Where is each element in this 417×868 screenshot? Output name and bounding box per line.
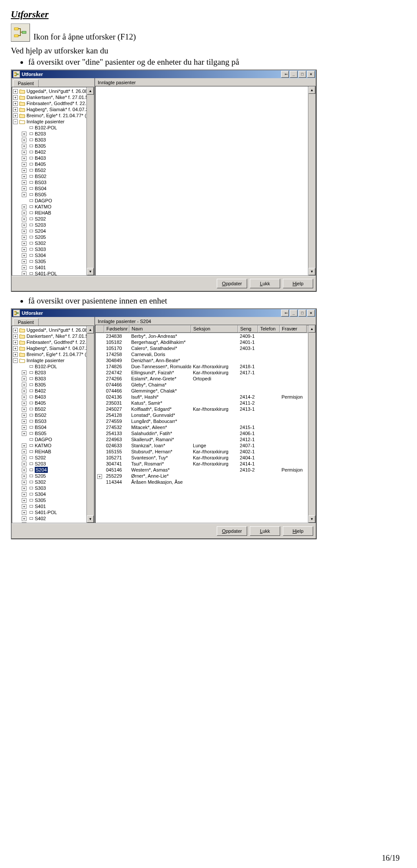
- table-row[interactable]: 224742 Ellingsund*, Faizah* Kar-/thoraxk…: [96, 370, 315, 376]
- expand-icon[interactable]: +: [22, 510, 26, 515]
- expand-icon[interactable]: +: [13, 107, 18, 112]
- expand-icon[interactable]: +: [22, 383, 26, 387]
- table-row[interactable]: 114344 Åråsen Medikasjon, Åse: [96, 479, 315, 485]
- tree-unit-item[interactable]: +S401-POL: [12, 509, 94, 515]
- expand-icon[interactable]: +: [22, 376, 26, 381]
- tree-patient-item[interactable]: +Hagberg*, Siamak* f. 04.07.39: [12, 106, 94, 112]
- tree-unit-item[interactable]: +S202: [12, 216, 94, 222]
- table-row[interactable]: 245027 Kolflaath*, Edgard* Kar-/thoraxki…: [96, 406, 315, 412]
- tree-unit-item[interactable]: +KATMO: [12, 442, 94, 449]
- expand-icon[interactable]: +: [22, 265, 26, 270]
- tree-patient-item[interactable]: +Hagberg*, Siamak* f. 04.07.39: [12, 345, 94, 351]
- close-button[interactable]: ×: [307, 310, 315, 317]
- tree-innlagte[interactable]: −Innlagte pasienter: [12, 357, 94, 363]
- table-row[interactable]: 254133 Salahuddin*, Fatih* 2406-1: [96, 430, 315, 436]
- expand-icon[interactable]: +: [13, 340, 18, 345]
- table-row[interactable]: 224963 Skallerud*, Ramani* 2412-1: [96, 436, 315, 442]
- tree-unit-item[interactable]: +S303: [12, 246, 94, 252]
- tree-patient-item[interactable]: +Dankertsen*, Nike* f. 27.01.52: [12, 333, 94, 339]
- expand-icon[interactable]: +: [22, 370, 26, 375]
- col-seksjon[interactable]: Seksjon: [191, 325, 238, 333]
- table-row[interactable]: 304741 Tsui*, Rosmari* Kar-/thoraxkirurg…: [96, 461, 315, 467]
- tab-pasient[interactable]: Pasient: [13, 79, 39, 87]
- tree-unit-item[interactable]: +S203: [12, 461, 94, 467]
- tree-unit-item[interactable]: DAGPO: [12, 436, 94, 442]
- tree-unit-item[interactable]: +S305: [12, 497, 94, 503]
- table-row[interactable]: 074466 Gleby*, Chaima*: [96, 382, 315, 388]
- table-row[interactable]: 074466 Glemminge*, Chalak*: [96, 388, 315, 394]
- tree-unit-item[interactable]: +S302: [12, 240, 94, 246]
- expand-icon[interactable]: +: [22, 180, 26, 185]
- expand-icon[interactable]: +: [22, 174, 26, 179]
- tree-view[interactable]: +Uggedal*, Unni*gutt* f. 26.08.2 +Danker…: [12, 87, 94, 276]
- tree-unit-item[interactable]: +S401: [12, 503, 94, 509]
- col-telefon[interactable]: Telefon: [258, 325, 280, 333]
- tree-unit-item[interactable]: +B303: [12, 376, 94, 382]
- table-row[interactable]: 165155 Stubsrud*, Hernan* Kar-/thoraxkir…: [96, 449, 315, 455]
- tree-unit-item[interactable]: +S401: [12, 264, 94, 271]
- expand-icon[interactable]: +: [22, 431, 26, 436]
- table-row[interactable]: + 255229 Ørner*, Anne-Lie*: [96, 473, 315, 479]
- expand-icon[interactable]: +: [22, 449, 26, 454]
- tree-scrollbar[interactable]: ▲ ▼: [86, 326, 94, 523]
- content-scrollbar[interactable]: ▲▼: [308, 86, 315, 275]
- tree-unit-item[interactable]: +BS03: [12, 179, 94, 185]
- tab-pasient[interactable]: Pasient: [13, 318, 39, 326]
- tree-unit-item[interactable]: +B403: [12, 394, 94, 400]
- table-row[interactable]: 174258 Carnevali, Doris: [96, 351, 315, 357]
- lukk-button[interactable]: Lukk: [250, 526, 280, 536]
- table-row[interactable]: 045146 Western*, Asmas* 2410-2 Permisjon: [96, 467, 315, 473]
- expand-icon[interactable]: +: [22, 150, 26, 155]
- table-row[interactable]: 174826 Due-Tønnessen*, Romualdas* Kar-/t…: [96, 363, 315, 370]
- tree-unit-item[interactable]: +BS04: [12, 424, 94, 430]
- tree-unit-item[interactable]: +BS02: [12, 412, 94, 418]
- col-navn[interactable]: Navn: [129, 325, 191, 333]
- expand-icon[interactable]: +: [22, 144, 26, 149]
- expand-icon[interactable]: +: [22, 474, 26, 479]
- tree-unit-item[interactable]: +S205: [12, 234, 94, 240]
- collapse-icon[interactable]: −: [13, 119, 18, 124]
- tree-unit-item[interactable]: +REHAB: [12, 449, 94, 455]
- expand-icon[interactable]: +: [22, 271, 26, 276]
- tree-unit-item[interactable]: +B203: [12, 131, 94, 137]
- expand-icon[interactable]: +: [22, 229, 26, 234]
- col-seng[interactable]: Seng: [238, 325, 258, 333]
- tree-unit-item[interactable]: +S304: [12, 252, 94, 258]
- tree-unit-item[interactable]: +S202: [12, 455, 94, 461]
- tree-unit-item[interactable]: +BS03: [12, 418, 94, 424]
- expand-icon[interactable]: +: [22, 162, 26, 167]
- tree-unit-item[interactable]: +B502: [12, 167, 94, 173]
- table-row[interactable]: 274266 Eslami*, Anne-Grete* Ortopedi: [96, 376, 315, 382]
- lukk-button[interactable]: Lukk: [250, 279, 280, 288]
- expand-icon[interactable]: +: [13, 352, 18, 357]
- expand-icon[interactable]: +: [22, 253, 26, 258]
- tree-unit-item[interactable]: +REHAB: [12, 210, 94, 216]
- expand-icon[interactable]: +: [97, 474, 102, 479]
- collapse-icon[interactable]: −: [13, 358, 18, 363]
- tree-unit-item[interactable]: +B402: [12, 149, 94, 155]
- tree-unit-item[interactable]: +B203: [12, 370, 94, 376]
- table-row[interactable]: 024136 Isufi*, Hashi* 2414-2 Permisjon: [96, 394, 315, 400]
- expand-icon[interactable]: +: [22, 168, 26, 173]
- tree-unit-item[interactable]: +S302: [12, 479, 94, 485]
- maximize-button[interactable]: □: [298, 310, 306, 317]
- tree-unit-item[interactable]: B102-POL: [12, 125, 94, 131]
- expand-icon[interactable]: +: [22, 138, 26, 142]
- tree-unit-item[interactable]: +B403: [12, 155, 94, 161]
- hjelp-button[interactable]: Hjelp: [283, 526, 313, 536]
- tree-unit-item[interactable]: +S205: [12, 473, 94, 479]
- tree-unit-item[interactable]: +S203: [12, 222, 94, 228]
- tree-unit-item[interactable]: +S403: [12, 521, 94, 523]
- oppdater-button[interactable]: Oppdater: [217, 526, 247, 536]
- expand-icon[interactable]: +: [22, 455, 26, 460]
- oppdater-button[interactable]: Oppdater: [217, 279, 247, 288]
- scroll-up-button[interactable]: ▲: [87, 326, 94, 333]
- expand-icon[interactable]: +: [22, 156, 26, 161]
- table-row[interactable]: 105170 Calero*, Sarathadevi* 2403-1: [96, 345, 315, 351]
- tree-unit-item[interactable]: +S204: [12, 467, 94, 473]
- tree-patient-item[interactable]: +Breimo*, Egle* f. 21.04.77* (m): [12, 351, 94, 357]
- close-button[interactable]: ×: [307, 71, 315, 78]
- expand-icon[interactable]: +: [22, 522, 26, 524]
- tree-unit-item[interactable]: +BS05: [12, 430, 94, 436]
- tree-scrollbar[interactable]: ▲ ▼: [86, 87, 94, 275]
